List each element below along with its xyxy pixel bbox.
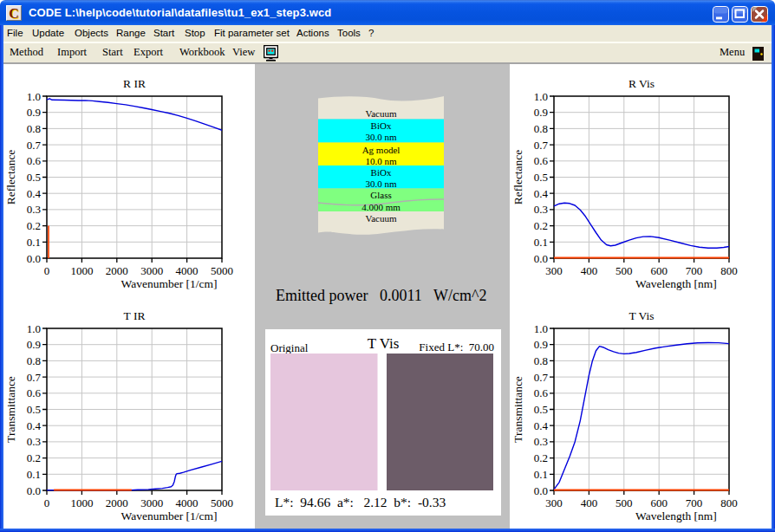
svg-text:0.7: 0.7 — [534, 371, 549, 384]
svg-text:0.5: 0.5 — [534, 403, 548, 416]
svg-text:5000: 5000 — [211, 496, 233, 509]
svg-text:Reflectance: Reflectance — [4, 150, 17, 205]
svg-text:1.0: 1.0 — [27, 322, 41, 335]
svg-text:0.4: 0.4 — [27, 419, 42, 432]
svg-text:0.6: 0.6 — [27, 386, 42, 399]
svg-text:0.3: 0.3 — [27, 435, 41, 448]
svg-text:300: 300 — [545, 496, 563, 509]
svg-text:Ag model: Ag model — [362, 145, 401, 155]
svg-text:Wavenumber [1/cm]: Wavenumber [1/cm] — [121, 509, 218, 522]
svg-text:2000: 2000 — [106, 496, 128, 509]
svg-text:0.5: 0.5 — [534, 171, 548, 184]
svg-text:30.0 nm: 30.0 nm — [365, 132, 397, 142]
svg-text:1.0: 1.0 — [534, 90, 548, 103]
svg-text:0.3: 0.3 — [27, 203, 41, 216]
svg-text:0.9: 0.9 — [534, 106, 548, 119]
svg-text:0.2: 0.2 — [534, 451, 548, 464]
svg-text:0.2: 0.2 — [27, 219, 41, 232]
svg-text:Reflectance: Reflectance — [511, 150, 524, 205]
svg-text:800: 800 — [720, 264, 738, 277]
svg-text:30.0 nm: 30.0 nm — [365, 178, 397, 189]
svg-text:Original: Original — [270, 341, 309, 354]
svg-text:T Vis: T Vis — [368, 335, 400, 352]
svg-text:400: 400 — [581, 496, 598, 509]
svg-text:2000: 2000 — [106, 264, 128, 277]
svg-text:Wavenumber [1/cm]: Wavenumber [1/cm] — [121, 277, 218, 290]
svg-text:0.5: 0.5 — [27, 171, 41, 184]
svg-text:0.9: 0.9 — [27, 338, 41, 351]
svg-text:Emitted power 0.0011 W/cm^: Emitted power 0.0011 W/cm^2 — [276, 287, 486, 304]
svg-text:0.2: 0.2 — [27, 451, 41, 464]
svg-text:0.4: 0.4 — [27, 187, 42, 200]
svg-text:0.3: 0.3 — [534, 435, 548, 448]
svg-text:800: 800 — [720, 496, 738, 509]
svg-text:BiOx: BiOx — [371, 120, 392, 131]
svg-text:Transmittance: Transmittance — [511, 376, 524, 443]
svg-text:Wavelength [nm]: Wavelength [nm] — [635, 509, 717, 522]
svg-text:0.8: 0.8 — [534, 354, 548, 367]
svg-text:0.6: 0.6 — [534, 386, 549, 399]
svg-text:Vacuum: Vacuum — [365, 108, 396, 119]
svg-text:0: 0 — [44, 264, 50, 277]
svg-text:0.0: 0.0 — [27, 484, 41, 497]
svg-text:0.0: 0.0 — [27, 252, 41, 265]
svg-text:1.0: 1.0 — [27, 90, 41, 103]
svg-text:500: 500 — [615, 496, 633, 509]
svg-text:0.8: 0.8 — [534, 122, 548, 135]
svg-text:T Vis: T Vis — [628, 309, 654, 322]
svg-text:600: 600 — [650, 496, 668, 509]
svg-text:0.0: 0.0 — [534, 484, 548, 497]
svg-text:400: 400 — [581, 264, 598, 277]
svg-text:BiOx: BiOx — [371, 167, 392, 178]
svg-text:0.8: 0.8 — [27, 122, 41, 135]
svg-text:L*: 94.66 a*: 2.12 b*: -: L*: 94.66 a*: 2.12 b*: -0.33 — [275, 495, 446, 509]
svg-text:700: 700 — [686, 496, 703, 509]
svg-text:700: 700 — [686, 264, 703, 277]
svg-text:0.7: 0.7 — [534, 139, 549, 152]
svg-text:0.3: 0.3 — [534, 203, 548, 216]
svg-text:1000: 1000 — [70, 264, 93, 277]
svg-text:0.4: 0.4 — [534, 187, 549, 200]
svg-text:R Vis: R Vis — [628, 77, 655, 90]
svg-text:0.0: 0.0 — [534, 252, 548, 265]
svg-text:R IR: R IR — [123, 77, 146, 90]
svg-text:10.0 nm: 10.0 nm — [365, 156, 397, 166]
svg-text:Fixed L*: 70.00: Fixed L*: 70.00 — [419, 341, 494, 354]
svg-text:4000: 4000 — [176, 264, 199, 277]
svg-text:0.1: 0.1 — [27, 468, 41, 481]
svg-text:0.2: 0.2 — [534, 219, 548, 232]
svg-text:0: 0 — [44, 496, 50, 509]
svg-text:Vacuum: Vacuum — [365, 213, 396, 224]
svg-text:0.9: 0.9 — [27, 106, 41, 119]
svg-text:3000: 3000 — [140, 264, 163, 277]
svg-text:0.7: 0.7 — [27, 139, 42, 152]
svg-text:3000: 3000 — [140, 496, 163, 509]
svg-text:0.1: 0.1 — [27, 236, 41, 249]
svg-text:1.0: 1.0 — [534, 322, 548, 335]
svg-text:Glass: Glass — [370, 190, 391, 200]
svg-text:0.5: 0.5 — [27, 403, 41, 416]
svg-text:1000: 1000 — [70, 496, 93, 509]
svg-text:5000: 5000 — [211, 264, 233, 277]
svg-text:600: 600 — [650, 264, 668, 277]
svg-text:0.4: 0.4 — [534, 419, 549, 432]
svg-text:Transmittance: Transmittance — [4, 376, 17, 443]
svg-text:Wavelength [nm]: Wavelength [nm] — [635, 277, 717, 290]
svg-text:500: 500 — [615, 264, 633, 277]
svg-text:0.1: 0.1 — [534, 468, 548, 481]
svg-text:0.7: 0.7 — [27, 371, 42, 384]
svg-text:0.6: 0.6 — [534, 154, 549, 167]
svg-text:0.6: 0.6 — [27, 154, 42, 167]
svg-text:0.9: 0.9 — [534, 338, 548, 351]
svg-text:0.8: 0.8 — [27, 354, 41, 367]
svg-text:4.000 mm: 4.000 mm — [361, 202, 401, 212]
svg-text:300: 300 — [545, 264, 563, 277]
svg-text:4000: 4000 — [176, 496, 199, 509]
svg-text:0.1: 0.1 — [534, 236, 548, 249]
svg-text:T IR: T IR — [124, 309, 146, 322]
